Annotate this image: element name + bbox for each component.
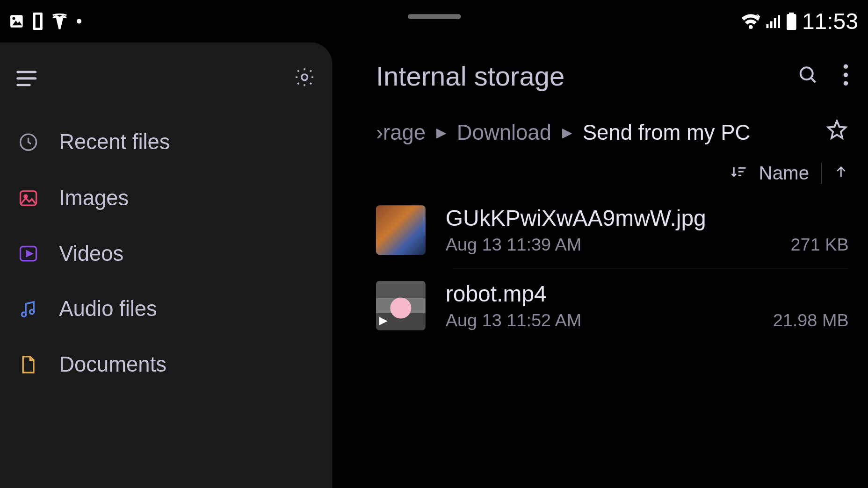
svg-point-19	[22, 312, 26, 316]
file-row[interactable]: GUkKPwiXwAA9mwW.jpg Aug 13 11:39 AM 271 …	[376, 192, 849, 268]
document-icon	[16, 354, 40, 375]
breadcrumb: ›rage ▶ Download ▶ Send from my PC	[376, 118, 849, 147]
page-title: Internal storage	[376, 60, 564, 92]
star-icon[interactable]	[825, 118, 848, 147]
sidebar-item-label: Documents	[59, 352, 166, 377]
dot-icon	[77, 19, 81, 23]
breadcrumb-storage[interactable]: ›rage	[376, 120, 426, 145]
svg-rect-8	[770, 21, 773, 28]
sidebar-item-images[interactable]: Images	[0, 171, 333, 226]
svg-rect-4	[36, 15, 40, 28]
main-content: Internal storage ›rage ▶ Download ▶ Send…	[333, 43, 868, 488]
picture-icon	[8, 13, 25, 29]
divider	[821, 163, 821, 184]
drag-handle[interactable]	[408, 14, 461, 19]
file-row[interactable]: ▶ robot.mp4 Aug 13 11:52 AM 21.98 MB	[376, 268, 849, 344]
signal-icon	[766, 14, 781, 28]
file-thumbnail	[376, 205, 426, 255]
more-icon[interactable]	[843, 64, 849, 88]
file-date: Aug 13 11:52 AM	[446, 310, 581, 330]
status-bar: 6 11:53	[0, 0, 868, 43]
svg-rect-9	[774, 18, 776, 28]
wifi-icon: 6	[741, 14, 761, 29]
svg-rect-11	[789, 13, 794, 14]
sidebar: Recent files Images Videos Audio files	[0, 43, 333, 488]
svg-marker-18	[27, 251, 32, 256]
file-list: GUkKPwiXwAA9mwW.jpg Aug 13 11:39 AM 271 …	[376, 192, 849, 343]
sidebar-item-recent[interactable]: Recent files	[0, 115, 333, 170]
file-name: GUkKPwiXwAA9mwW.jpg	[446, 206, 849, 231]
audio-icon	[16, 299, 40, 320]
svg-marker-25	[828, 121, 846, 138]
chevron-right-icon: ▶	[562, 125, 572, 140]
arrow-up-icon[interactable]	[833, 162, 849, 184]
svg-rect-12	[787, 14, 796, 30]
menu-icon[interactable]	[16, 71, 36, 86]
breadcrumb-download[interactable]: Download	[457, 120, 551, 145]
file-size: 21.98 MB	[773, 310, 849, 330]
file-name: robot.mp4	[446, 281, 849, 306]
battery-icon	[786, 13, 797, 30]
svg-rect-7	[766, 24, 768, 28]
sidebar-item-documents[interactable]: Documents	[0, 337, 333, 393]
sort-label[interactable]: Name	[759, 162, 809, 184]
sidebar-item-label: Audio files	[59, 297, 157, 322]
status-time: 11:53	[802, 8, 858, 34]
image-icon	[16, 187, 40, 208]
sort-icon[interactable]	[729, 162, 747, 184]
svg-point-5	[749, 25, 753, 29]
svg-rect-0	[10, 15, 23, 28]
file-date: Aug 13 11:39 AM	[446, 235, 581, 255]
sidebar-item-videos[interactable]: Videos	[0, 226, 333, 281]
sidebar-item-label: Videos	[59, 241, 123, 266]
breadcrumb-current: Send from my PC	[583, 120, 751, 145]
svg-point-2	[13, 17, 15, 20]
chevron-right-icon: ▶	[436, 125, 446, 140]
svg-rect-15	[21, 191, 36, 205]
clock-icon	[16, 131, 40, 152]
svg-point-23	[844, 72, 848, 77]
svg-point-24	[844, 81, 848, 86]
settings-icon[interactable]	[293, 66, 316, 91]
search-icon[interactable]	[797, 64, 819, 88]
sidebar-item-label: Recent files	[59, 130, 170, 155]
video-icon	[16, 243, 40, 264]
svg-point-20	[30, 309, 34, 314]
svg-point-22	[844, 64, 848, 69]
play-icon: ▶	[379, 314, 388, 327]
sidebar-item-label: Images	[59, 186, 129, 211]
file-thumbnail: ▶	[376, 281, 426, 330]
file-size: 271 KB	[791, 235, 849, 255]
device-icon	[31, 13, 45, 30]
svg-point-13	[302, 74, 308, 80]
svg-rect-10	[778, 15, 780, 28]
sidebar-item-audio[interactable]: Audio files	[0, 281, 333, 337]
tesla-icon	[51, 13, 69, 30]
